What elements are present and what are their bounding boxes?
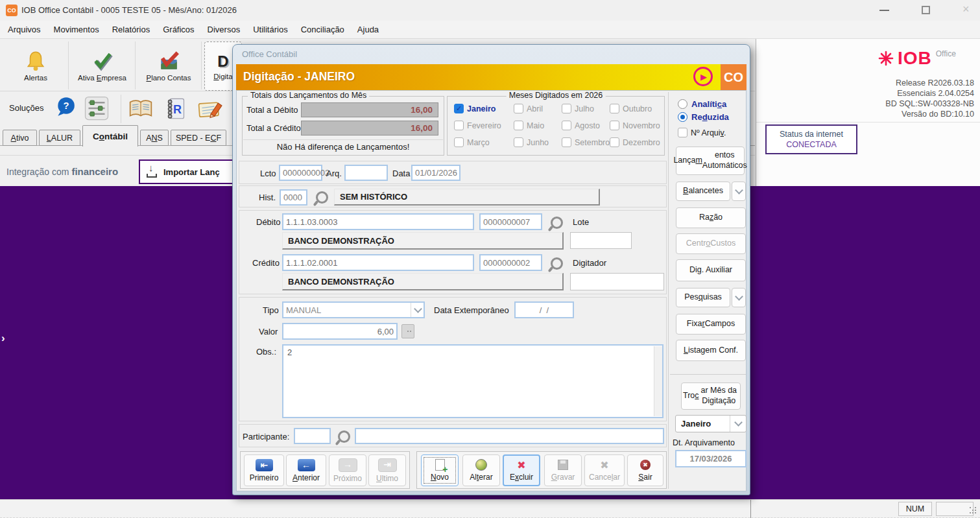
mes-combo[interactable]: Janeiro bbox=[675, 415, 747, 432]
trocar-mes-button[interactable]: Trocar Mês da Digitação bbox=[681, 383, 741, 410]
radio-analitica[interactable]: Analítica bbox=[678, 99, 726, 109]
month-outubro[interactable]: Outubro bbox=[610, 103, 652, 114]
mes-combo-arrow[interactable] bbox=[730, 416, 746, 432]
debito-search-icon[interactable] bbox=[551, 217, 563, 229]
plano-contas-button[interactable]: Plano Contas bbox=[137, 41, 200, 89]
debito-conta-field[interactable]: 1.1.1.03.0003 bbox=[282, 213, 474, 230]
tab-lalur[interactable]: LALUR bbox=[39, 130, 80, 146]
balancetes-dropdown-button[interactable] bbox=[732, 182, 746, 201]
logo-text: IOB bbox=[898, 51, 932, 66]
dig-auxiliar-button[interactable]: Dig. Auxiliar bbox=[676, 259, 746, 281]
download-arrow-icon: ↓ bbox=[147, 166, 158, 178]
razao-notebook-button[interactable]: R bbox=[163, 96, 187, 123]
dt-arquivamento-field[interactable]: 17/03/2026 bbox=[675, 450, 747, 467]
menu-diversos[interactable]: Diversos bbox=[201, 25, 247, 34]
menu-utilitarios[interactable]: Utilitários bbox=[246, 25, 294, 34]
month-setembro[interactable]: Setembro bbox=[562, 137, 610, 148]
data-extemporaneo-field[interactable]: / / bbox=[514, 301, 574, 318]
participante-code-field[interactable] bbox=[294, 428, 331, 444]
month-marco[interactable]: Março bbox=[454, 137, 490, 148]
tab-sped-ecf[interactable]: SPED - ECF bbox=[171, 130, 226, 146]
credito-search-icon[interactable] bbox=[551, 257, 563, 270]
radio-reduzida[interactable]: Reduzida bbox=[678, 112, 729, 122]
chevron-down-icon bbox=[735, 292, 743, 301]
sair-button[interactable]: ✖ Sair bbox=[627, 454, 663, 486]
month-julho[interactable]: Julho bbox=[562, 103, 594, 114]
lote-field[interactable] bbox=[570, 232, 632, 249]
digitacao-pad-button[interactable] bbox=[196, 97, 224, 123]
radio-icon bbox=[678, 99, 687, 109]
balancetes-button[interactable]: Balancetes bbox=[676, 182, 730, 201]
tab-ans[interactable]: ANS bbox=[140, 130, 169, 146]
arq-field[interactable] bbox=[344, 165, 388, 181]
obs-textarea[interactable]: 2 bbox=[282, 344, 663, 418]
ativa-empresa-button[interactable]: Ativa Empresa bbox=[70, 41, 134, 89]
debito-conta-nome: BANCO DEMONSTRAÇÃO bbox=[282, 232, 564, 250]
participante-search-icon[interactable] bbox=[338, 430, 350, 443]
r-notebook-icon: R bbox=[163, 96, 187, 121]
month-junho[interactable]: Junho bbox=[514, 137, 549, 148]
razao-button[interactable]: Razão bbox=[676, 207, 746, 228]
month-abril[interactable]: Abril bbox=[514, 103, 543, 114]
menu-ajuda[interactable]: Ajuda bbox=[351, 25, 385, 34]
month-fevereiro[interactable]: Fevereiro bbox=[454, 120, 501, 131]
month-janeiro[interactable]: ✓Janeiro bbox=[454, 103, 496, 114]
valor-aux-button[interactable] bbox=[401, 324, 414, 338]
diario-button[interactable] bbox=[127, 97, 154, 123]
tipo-combo-arrow[interactable] bbox=[411, 303, 424, 317]
credito-codigo-field: 0000000002 bbox=[479, 254, 542, 271]
month-novembro[interactable]: Novembro bbox=[610, 120, 660, 131]
hist-search-icon[interactable] bbox=[316, 191, 328, 204]
chart-check-icon bbox=[156, 50, 182, 72]
dialog-titlebar[interactable]: Office Contábil bbox=[233, 45, 750, 64]
month-dezembro[interactable]: Dezembro bbox=[610, 137, 660, 148]
fixar-campos-button[interactable]: Fixar Campos bbox=[676, 314, 746, 335]
alterar-button[interactable]: Alterar bbox=[462, 454, 500, 486]
alertas-button[interactable]: Alertas bbox=[4, 41, 67, 89]
menu-movimentos[interactable]: Movimentos bbox=[47, 25, 106, 34]
listagem-conf-button[interactable]: Listagem Conf. bbox=[676, 340, 746, 361]
menu-conciliacao[interactable]: Conciliação bbox=[294, 25, 351, 34]
credito-conta-field[interactable]: 1.1.1.02.0001 bbox=[282, 254, 474, 271]
primeiro-button[interactable]: ⇤Primeiro bbox=[244, 454, 284, 486]
tipo-combo[interactable]: MANUAL bbox=[282, 301, 425, 318]
month-maio[interactable]: Maio bbox=[514, 120, 544, 131]
total-debito-field: 16,00 bbox=[301, 102, 438, 117]
importar-lancamentos-button[interactable]: ↓ Importar Lanç bbox=[139, 159, 237, 184]
month-agosto[interactable]: Agosto bbox=[562, 120, 600, 131]
valor-field[interactable]: 6,00 bbox=[282, 323, 398, 340]
close-button[interactable]: × bbox=[962, 3, 970, 16]
tab-ativo[interactable]: Ativo bbox=[3, 130, 37, 146]
menu-arquivos[interactable]: Arquivos bbox=[1, 25, 47, 34]
lote-label: Lote bbox=[573, 217, 589, 227]
contas-panel: Débito 1.1.1.03.0003 0000000007 Lote BAN… bbox=[239, 210, 667, 294]
obs-scrollbar[interactable] bbox=[654, 346, 662, 416]
tab-contabil[interactable]: Contábil bbox=[82, 125, 138, 147]
play-button[interactable]: ▶ bbox=[693, 67, 713, 86]
excluir-button[interactable]: ✖ Excluir bbox=[503, 454, 540, 486]
participante-name-field[interactable] bbox=[355, 428, 664, 444]
months-group: Meses Digitados em 2026 ✓Janeiro Feverei… bbox=[447, 96, 665, 156]
resize-grip[interactable] bbox=[970, 507, 971, 508]
digitador-field[interactable] bbox=[570, 273, 664, 290]
internet-status-value: CONECTADA bbox=[786, 140, 837, 149]
num-lock-indicator: NUM bbox=[898, 502, 932, 516]
total-credito-field: 16,00 bbox=[301, 121, 438, 135]
menu-relatorios[interactable]: Relatórios bbox=[106, 25, 157, 34]
help-bubble-button[interactable]: ? bbox=[54, 96, 77, 120]
next-icon: → bbox=[339, 458, 357, 472]
settings-sliders-button[interactable] bbox=[83, 95, 110, 123]
anterior-button[interactable]: ←Anterior bbox=[286, 454, 326, 486]
minimize-button[interactable] bbox=[879, 10, 889, 11]
banner-title: Digitação - JANEIRO bbox=[243, 70, 355, 84]
menu-graficos[interactable]: Gráficos bbox=[156, 25, 200, 34]
maximize-button[interactable] bbox=[922, 6, 930, 14]
lancamentos-automaticos-button[interactable]: Lançamentos Automáticos bbox=[676, 147, 745, 175]
pesquisas-button[interactable]: Pesquisas bbox=[676, 288, 730, 307]
checkbox-n-arquiv[interactable]: Nº Arquiv. bbox=[678, 127, 726, 138]
checkbox-checked-icon: ✓ bbox=[454, 104, 464, 113]
expand-chevron-icon[interactable]: › bbox=[1, 333, 5, 344]
novo-button[interactable]: + Novo bbox=[421, 454, 459, 486]
pesquisas-dropdown-button[interactable] bbox=[732, 288, 746, 307]
hist-code-field[interactable]: 0000 bbox=[280, 189, 307, 206]
